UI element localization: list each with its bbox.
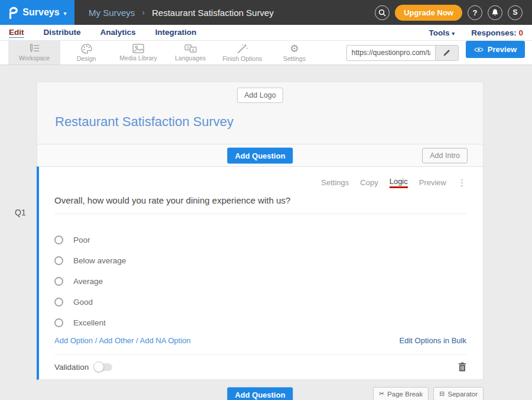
add-question-button-top[interactable]: Add Question bbox=[227, 147, 293, 163]
edit-url-button[interactable] bbox=[435, 45, 459, 61]
section-nav: Edit Distribute Analytics Integration To… bbox=[0, 25, 532, 41]
answer-option-row[interactable]: Poor bbox=[54, 230, 466, 250]
validation-row: Validation bbox=[54, 354, 466, 379]
toolbar-finish-options[interactable]: Finish Options bbox=[216, 41, 268, 64]
tab-edit[interactable]: Edit bbox=[9, 28, 24, 38]
help-button[interactable]: ? bbox=[468, 5, 482, 20]
image-icon bbox=[132, 44, 144, 53]
tab-integration[interactable]: Integration bbox=[155, 28, 197, 38]
delete-question-button[interactable] bbox=[458, 362, 466, 372]
top-bar: Surveys ▾ My Surveys › Restaurant Satisf… bbox=[0, 0, 532, 25]
toolbar-settings[interactable]: ⚙ Settings bbox=[268, 41, 320, 64]
question-settings-link[interactable]: Settings bbox=[321, 178, 349, 187]
option-links-row: Add Option / Add Other / Add NA Option E… bbox=[54, 336, 466, 345]
add-question-row-bottom: Add Question ✂ Page Break ⊟ Separator bbox=[37, 387, 484, 400]
account-avatar[interactable]: S bbox=[508, 5, 523, 20]
separator-icon: ⊟ bbox=[439, 390, 445, 398]
radio-icon[interactable] bbox=[54, 236, 63, 244]
survey-card: Add Logo Restaurant Satisfaction Survey … bbox=[37, 82, 484, 380]
design-label: Design bbox=[77, 55, 96, 62]
add-option-link[interactable]: Add Option bbox=[54, 336, 93, 345]
pencil-icon bbox=[443, 49, 450, 57]
questionpro-logo-icon bbox=[8, 6, 18, 19]
palette-icon bbox=[81, 44, 92, 54]
add-question-row-top: Add Question Add Intro bbox=[37, 144, 484, 166]
add-question-button-bottom[interactable]: Add Question bbox=[227, 388, 293, 400]
breadcrumb-my-surveys[interactable]: My Surveys bbox=[89, 8, 135, 18]
answer-options-list: Poor Below average Average Good Excellen… bbox=[54, 230, 466, 333]
radio-icon[interactable] bbox=[54, 298, 63, 307]
magic-wand-icon bbox=[237, 44, 248, 54]
preview-button[interactable]: Preview bbox=[466, 41, 525, 58]
toolbar-design[interactable]: Design bbox=[60, 41, 112, 64]
tab-analytics[interactable]: Analytics bbox=[100, 28, 136, 38]
answer-option-row[interactable]: Excellent bbox=[54, 312, 466, 333]
question-preview-link[interactable]: Preview bbox=[419, 178, 446, 187]
survey-url-group bbox=[346, 41, 459, 64]
question-text[interactable]: Overall, how would you rate your dining … bbox=[54, 195, 466, 214]
chevron-down-icon: ▾ bbox=[452, 30, 455, 37]
surveys-menu-label: Surveys bbox=[22, 7, 59, 18]
edit-options-in-bulk-link[interactable]: Edit Options in Bulk bbox=[400, 336, 466, 345]
question-more-menu-icon[interactable]: ⋮ bbox=[458, 178, 466, 188]
radio-icon[interactable] bbox=[54, 277, 63, 286]
add-logo-button[interactable]: Add Logo bbox=[237, 88, 283, 103]
toggle-knob bbox=[93, 362, 104, 372]
radio-icon[interactable] bbox=[54, 256, 63, 265]
answer-option-row[interactable]: Good bbox=[54, 292, 466, 312]
tools-label: Tools bbox=[429, 28, 449, 37]
trash-icon bbox=[458, 362, 466, 372]
validation-label: Validation bbox=[54, 363, 89, 372]
tools-dropdown[interactable]: Tools ▾ bbox=[429, 28, 455, 37]
question-logic-link[interactable]: Logic bbox=[390, 177, 408, 188]
breadcrumb-current-survey: Restaurant Satisfaction Survey bbox=[152, 8, 274, 18]
option-label[interactable]: Excellent bbox=[73, 318, 106, 327]
nav-tabs: Edit Distribute Analytics Integration bbox=[9, 28, 196, 38]
footer-insert-buttons: ✂ Page Break ⊟ Separator bbox=[373, 387, 484, 400]
answer-option-row[interactable]: Average bbox=[54, 271, 466, 292]
survey-header-section: Add Logo Restaurant Satisfaction Survey bbox=[37, 82, 484, 144]
survey-editor-canvas: Q1 Add Logo Restaurant Satisfaction Surv… bbox=[0, 82, 532, 400]
question-card: Settings Copy Logic Preview ⋮ Overall, h… bbox=[37, 166, 484, 380]
add-intro-button[interactable]: Add Intro bbox=[422, 148, 468, 163]
nav-right: Tools ▾ Responses: 0 bbox=[429, 28, 523, 37]
breadcrumb-separator-icon: › bbox=[142, 8, 145, 17]
option-label[interactable]: Good bbox=[73, 298, 93, 307]
preview-label: Preview bbox=[488, 45, 517, 54]
edit-toolbar: Workspace Design Media Library X A Langu… bbox=[0, 41, 532, 65]
responses-counter[interactable]: Responses: 0 bbox=[471, 28, 523, 37]
answer-option-row[interactable]: Below average bbox=[54, 250, 466, 271]
bell-icon bbox=[491, 8, 499, 17]
notifications-button[interactable] bbox=[488, 5, 502, 20]
eye-icon bbox=[474, 47, 484, 53]
add-other-link[interactable]: Add Other bbox=[99, 336, 134, 345]
finish-options-label: Finish Options bbox=[222, 55, 262, 62]
option-label[interactable]: Poor bbox=[73, 236, 90, 244]
topbar-actions: Upgrade Now ? S bbox=[375, 5, 532, 21]
toolbar-media-library[interactable]: Media Library bbox=[112, 41, 164, 64]
search-button[interactable] bbox=[375, 5, 390, 20]
toolbar-languages[interactable]: X A Languages bbox=[164, 41, 216, 64]
tab-distribute[interactable]: Distribute bbox=[44, 28, 81, 38]
page-break-button[interactable]: ✂ Page Break bbox=[373, 387, 429, 400]
add-na-option-link[interactable]: Add NA Option bbox=[140, 336, 191, 345]
media-library-label: Media Library bbox=[119, 54, 157, 62]
survey-url-input[interactable] bbox=[346, 45, 435, 61]
validation-toggle[interactable] bbox=[95, 363, 112, 371]
languages-label: Languages bbox=[175, 54, 206, 62]
workspace-icon bbox=[28, 44, 40, 53]
responses-label: Responses: bbox=[471, 28, 517, 37]
survey-title[interactable]: Restaurant Satisfaction Survey bbox=[55, 114, 483, 130]
question-mark-icon: ? bbox=[473, 8, 478, 17]
upgrade-now-button[interactable]: Upgrade Now bbox=[395, 5, 462, 21]
option-label[interactable]: Average bbox=[73, 277, 103, 286]
question-copy-link[interactable]: Copy bbox=[360, 178, 378, 187]
radio-icon[interactable] bbox=[54, 318, 63, 327]
question-actions: Settings Copy Logic Preview ⋮ bbox=[54, 167, 466, 188]
app-switcher[interactable]: Surveys ▾ bbox=[0, 0, 74, 25]
toolbar-workspace[interactable]: Workspace bbox=[8, 41, 60, 64]
separator-button[interactable]: ⊟ Separator bbox=[433, 387, 484, 400]
separator-label: Separator bbox=[447, 391, 478, 398]
page-break-label: Page Break bbox=[387, 391, 423, 398]
option-label[interactable]: Below average bbox=[73, 256, 126, 265]
